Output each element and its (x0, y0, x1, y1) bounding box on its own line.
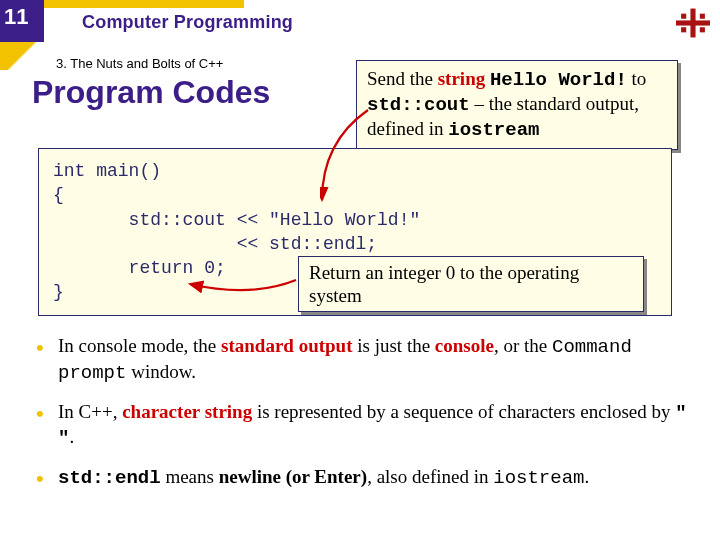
text: window. (126, 361, 196, 382)
text: In C++, (58, 401, 122, 422)
svg-rect-5 (700, 27, 705, 32)
page-number: 11 (4, 4, 28, 30)
text: Send the (367, 68, 438, 89)
code-line: return 0; (53, 258, 226, 278)
text: , also defined in (367, 466, 493, 487)
text: to (627, 68, 647, 89)
text-iostream2: iostream (493, 467, 584, 489)
header-title: Computer Programming (82, 12, 293, 33)
text-console: console (435, 335, 494, 356)
text-stdout: standard output (221, 335, 352, 356)
list-item: std::endl means newline (or Enter), also… (34, 465, 690, 491)
code-line: { (53, 185, 64, 205)
university-logo (676, 8, 710, 38)
list-item: In console mode, the standard output is … (34, 334, 690, 386)
text: is represented by a sequence of characte… (252, 401, 675, 422)
text-iostream: iostream (448, 119, 539, 141)
svg-rect-4 (681, 27, 686, 32)
text: . (69, 426, 74, 447)
text-string: string (438, 68, 486, 89)
text-cout: std::cout (367, 94, 470, 116)
list-item: In C++, character string is represented … (34, 400, 690, 452)
callout-cout: Send the string Hello World! to std::cou… (356, 60, 678, 150)
text: is just the (353, 335, 435, 356)
svg-rect-3 (700, 14, 705, 19)
code-line: std::cout << "Hello World!" (53, 210, 420, 230)
code-line: } (53, 282, 64, 302)
text: means (161, 466, 219, 487)
page-title: Program Codes (32, 74, 270, 111)
page-number-box: 11 (0, 0, 44, 42)
text-newline: newline (or Enter) (219, 466, 367, 487)
text: , or the (494, 335, 552, 356)
text: Return an integer 0 to the operating sys… (309, 262, 579, 306)
code-line: << std::endl; (53, 234, 377, 254)
text-charstring: character string (122, 401, 252, 422)
callout-return: Return an integer 0 to the operating sys… (298, 256, 644, 312)
text: . (584, 466, 589, 487)
text: In console mode, the (58, 335, 221, 356)
section-label: 3. The Nuts and Bolts of C++ (56, 56, 223, 71)
bullet-list: In console mode, the standard output is … (34, 334, 690, 505)
accent-bar (44, 0, 244, 8)
code-line: int main() (53, 161, 161, 181)
accent-corner (0, 42, 44, 70)
text-hello: Hello World! (490, 69, 627, 91)
svg-rect-1 (676, 20, 710, 25)
text-endl: std::endl (58, 467, 161, 489)
svg-rect-2 (681, 14, 686, 19)
